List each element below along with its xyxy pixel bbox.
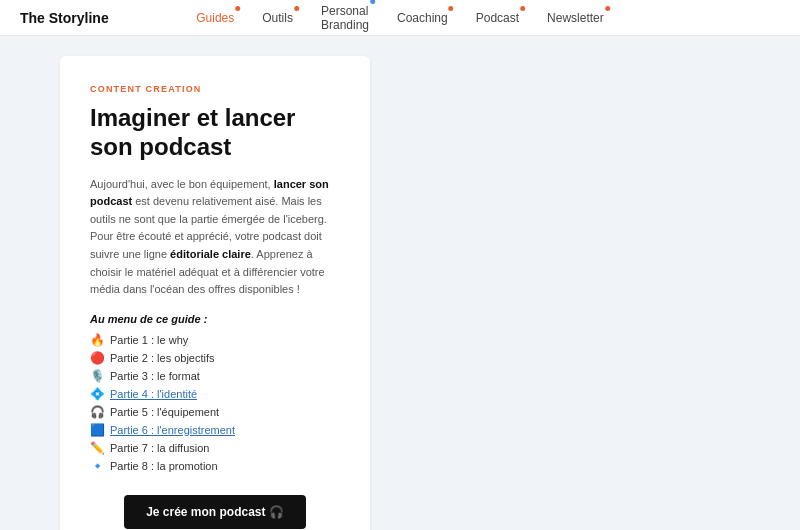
list-icon: 🔹: [90, 459, 104, 473]
list-icon: 🔥: [90, 333, 104, 347]
list-item: 🔥 Partie 1 : le why: [90, 333, 340, 347]
list-item: ✏️ Partie 7 : la diffusion: [90, 441, 340, 455]
main-nav: Guides Outils Personal Branding Coaching…: [196, 4, 604, 32]
nav-guides[interactable]: Guides: [196, 11, 234, 25]
nav-outils[interactable]: Outils: [262, 11, 293, 25]
card-description: Aujourd'hui, avec le bon équipement, lan…: [90, 176, 340, 299]
nav-dot: [294, 6, 299, 11]
site-header: The Storyline Guides Outils Personal Bra…: [0, 0, 800, 36]
list-item: 🔴 Partie 2 : les objectifs: [90, 351, 340, 365]
nav-podcast[interactable]: Podcast: [476, 11, 519, 25]
card-title: Imaginer et lancer son podcast: [90, 104, 340, 162]
cta-label: Je crée mon podcast 🎧: [146, 505, 284, 519]
nav-newsletter[interactable]: Newsletter: [547, 11, 604, 25]
site-logo[interactable]: The Storyline: [20, 10, 109, 26]
nav-dot: [520, 6, 525, 11]
list-icon: 💠: [90, 387, 104, 401]
list-icon: 🔴: [90, 351, 104, 365]
list-icon: 🎙️: [90, 369, 104, 383]
list-icon: 🎧: [90, 405, 104, 419]
menu-list: 🔥 Partie 1 : le why 🔴 Partie 2 : les obj…: [90, 333, 340, 473]
list-item: 🔹 Partie 8 : la promotion: [90, 459, 340, 473]
list-item: 🟦 Partie 6 : l'enregistrement: [90, 423, 340, 437]
nav-dot-blue: [370, 0, 375, 4]
article-card: CONTENT CREATION Imaginer et lancer son …: [60, 56, 370, 530]
nav-coaching[interactable]: Coaching: [397, 11, 448, 25]
main-content: CONTENT CREATION Imaginer et lancer son …: [0, 36, 800, 530]
nav-dot: [449, 6, 454, 11]
card-category-label: CONTENT CREATION: [90, 84, 340, 94]
cta-button[interactable]: Je crée mon podcast 🎧: [124, 495, 306, 529]
menu-title: Au menu de ce guide :: [90, 313, 340, 325]
list-icon: 🟦: [90, 423, 104, 437]
nav-dot: [605, 6, 610, 11]
nav-dot: [235, 6, 240, 11]
list-item: 🎧 Partie 5 : l'équipement: [90, 405, 340, 419]
list-item: 💠 Partie 4 : l'identité: [90, 387, 340, 401]
list-icon: ✏️: [90, 441, 104, 455]
list-item: 🎙️ Partie 3 : le format: [90, 369, 340, 383]
nav-personal-branding[interactable]: Personal Branding: [321, 4, 369, 32]
